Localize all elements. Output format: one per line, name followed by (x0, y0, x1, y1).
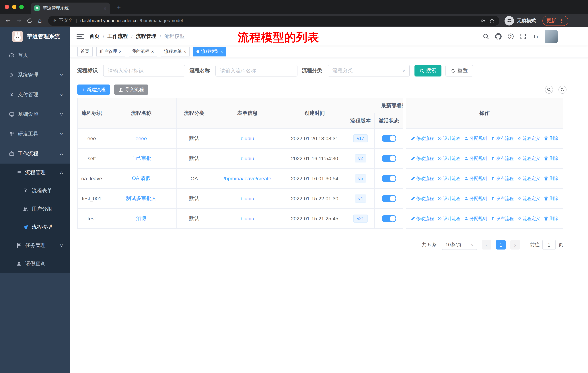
breadcrumb-item[interactable]: 流程管理 (136, 33, 156, 40)
forward-icon[interactable]: → (13, 15, 24, 26)
action-modify[interactable]: 修改流程 (411, 135, 434, 141)
action-delete[interactable]: 删除 (544, 215, 558, 222)
tab-home[interactable]: 首页 (77, 47, 93, 56)
close-icon[interactable]: × (220, 49, 223, 54)
process-name-link[interactable]: 滔博 (136, 215, 146, 222)
action-assign-rule[interactable]: 分配规则 (464, 135, 487, 141)
sidebar-item-process-form[interactable]: 流程表单 (0, 182, 70, 200)
tab-process-model[interactable]: 流程模型× (193, 47, 227, 56)
action-assign-rule[interactable]: 分配规则 (464, 155, 487, 161)
star-icon[interactable] (488, 17, 495, 24)
tab-process-form[interactable]: 流程表单× (161, 47, 189, 56)
action-modify[interactable]: 修改流程 (411, 155, 434, 161)
sidebar-item-payment-management[interactable]: ¥支付管理∨ (0, 85, 70, 105)
tab-my-process[interactable]: 我的流程× (128, 47, 157, 56)
action-design[interactable]: 设计流程 (437, 215, 460, 222)
browser-tab[interactable]: 芋道管理系统 × (31, 2, 110, 14)
goto-page-input[interactable] (542, 240, 556, 250)
active-toggle[interactable] (382, 135, 396, 142)
sidebar-logo[interactable]: 芋道管理系统 (0, 27, 70, 46)
action-delete[interactable]: 删除 (544, 135, 558, 141)
process-name-input[interactable] (215, 65, 297, 77)
action-delete[interactable]: 删除 (544, 155, 558, 161)
action-definition[interactable]: 流程定义 (517, 135, 540, 141)
action-assign-rule[interactable]: 分配规则 (464, 175, 487, 181)
active-toggle[interactable] (382, 215, 396, 222)
window-close-button[interactable] (5, 5, 9, 9)
process-name-link[interactable]: eeee (136, 135, 147, 141)
action-design[interactable]: 设计流程 (437, 155, 460, 161)
process-name-link[interactable]: OA 请假 (132, 175, 151, 182)
refresh-table-button[interactable] (558, 86, 567, 94)
action-modify[interactable]: 修改流程 (411, 175, 434, 181)
import-process-button[interactable]: 导入流程 (114, 84, 148, 95)
create-process-button[interactable]: + 新建流程 (77, 84, 110, 95)
process-name-link[interactable]: 自己审批 (131, 155, 151, 162)
key-icon[interactable] (480, 17, 486, 24)
close-icon[interactable]: × (183, 49, 186, 54)
active-toggle[interactable] (382, 195, 396, 202)
reset-button[interactable]: 重置 (445, 65, 473, 77)
action-assign-rule[interactable]: 分配规则 (464, 195, 487, 202)
breadcrumb-item[interactable]: 工作流程 (107, 33, 128, 40)
sidebar-item-task-management[interactable]: 任务管理∨ (0, 236, 70, 255)
form-link[interactable]: biubiu (241, 156, 254, 161)
form-link[interactable]: biubiu (241, 216, 254, 222)
help-icon[interactable]: ? (507, 33, 514, 40)
search-icon[interactable] (483, 33, 489, 40)
action-delete[interactable]: 删除 (544, 175, 558, 181)
form-link[interactable]: biubiu (241, 196, 254, 202)
search-button[interactable]: 搜索 (414, 65, 441, 77)
action-design[interactable]: 设计流程 (437, 135, 460, 141)
home-icon[interactable]: ⌂ (35, 15, 45, 26)
toggle-search-button[interactable] (545, 86, 553, 94)
window-minimize-button[interactable] (12, 5, 16, 9)
kebab-menu-icon[interactable]: ⋮ (559, 18, 564, 23)
action-publish[interactable]: 发布流程 (491, 175, 514, 181)
action-definition[interactable]: 流程定义 (517, 155, 540, 161)
breadcrumb-item[interactable]: 首页 (89, 33, 100, 40)
active-toggle[interactable] (382, 155, 396, 162)
action-publish[interactable]: 发布流程 (491, 135, 514, 141)
avatar[interactable] (545, 30, 558, 43)
prev-page-button[interactable]: ‹ (482, 240, 491, 250)
github-icon[interactable] (495, 33, 502, 40)
reload-icon[interactable] (24, 15, 35, 26)
sidebar-item-user-group[interactable]: 用户分组 (0, 200, 70, 218)
sidebar-item-process-management[interactable]: 流程管理∨ (0, 163, 70, 182)
sidebar-item-process-model[interactable]: 流程模型 (0, 218, 70, 236)
close-icon[interactable]: × (119, 49, 122, 54)
new-tab-button[interactable]: + (115, 3, 123, 12)
update-button[interactable]: 更新 ⋮ (542, 15, 568, 26)
action-design[interactable]: 设计流程 (437, 195, 460, 202)
address-bar[interactable]: ⚠ 不安全 | dashboard.yudao.iocoder.cn/bpm/m… (48, 15, 499, 26)
active-toggle[interactable] (382, 175, 396, 182)
action-publish[interactable]: 发布流程 (491, 195, 514, 202)
sidebar-item-system-management[interactable]: 系统管理∨ (0, 65, 70, 85)
next-page-button[interactable]: › (510, 240, 520, 250)
sidebar-item-workflow[interactable]: 工作流程∨ (0, 144, 70, 163)
back-icon[interactable]: ← (3, 15, 13, 26)
action-modify[interactable]: 修改流程 (411, 215, 434, 222)
window-zoom-button[interactable] (19, 5, 24, 9)
action-assign-rule[interactable]: 分配规则 (464, 215, 487, 222)
action-design[interactable]: 设计流程 (437, 175, 460, 181)
page-1-button[interactable]: 1 (496, 240, 506, 250)
fullscreen-icon[interactable] (520, 33, 526, 40)
form-link[interactable]: /bpm/oa/leave/create (224, 176, 271, 181)
process-name-link[interactable]: 测试多审批人 (126, 195, 157, 202)
action-modify[interactable]: 修改流程 (411, 195, 434, 202)
sidebar-item-leave-query[interactable]: 请假查询 (0, 255, 70, 273)
category-select[interactable]: 流程分类 ∨ (328, 65, 410, 77)
sidebar-item-infrastructure[interactable]: 基础设施∨ (0, 105, 70, 124)
action-definition[interactable]: 流程定义 (517, 175, 540, 181)
action-delete[interactable]: 删除 (544, 195, 558, 202)
tab-close-icon[interactable]: × (104, 6, 106, 11)
form-link[interactable]: biubiu (241, 135, 254, 141)
process-id-input[interactable] (103, 65, 185, 77)
action-publish[interactable]: 发布流程 (491, 155, 514, 161)
hamburger-icon[interactable] (77, 34, 84, 39)
page-size-select[interactable]: 10条/页 ∨ (442, 240, 477, 250)
font-size-icon[interactable]: TT (532, 33, 539, 40)
action-definition[interactable]: 流程定义 (517, 195, 540, 202)
